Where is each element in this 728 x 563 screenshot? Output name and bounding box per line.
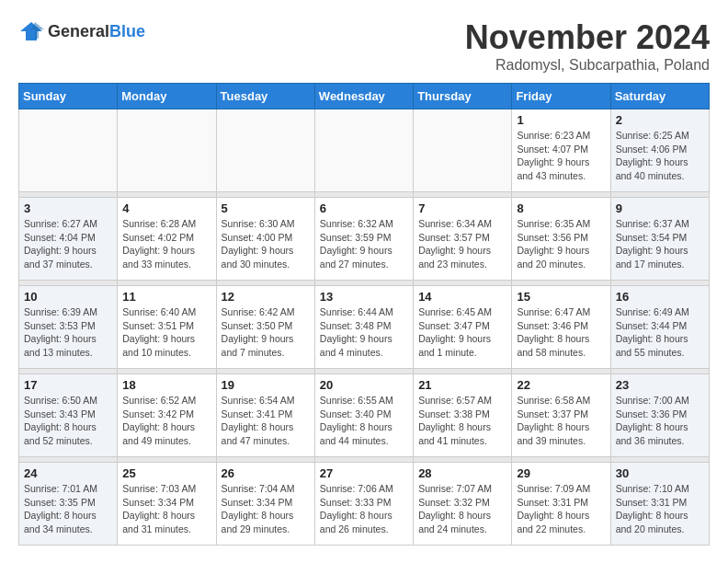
calendar-day-cell: 23Sunrise: 7:00 AM Sunset: 3:36 PM Dayli… — [610, 374, 709, 457]
calendar-day-cell: 18Sunrise: 6:52 AM Sunset: 3:42 PM Dayli… — [118, 374, 216, 457]
day-info: Sunrise: 6:40 AM Sunset: 3:51 PM Dayligh… — [122, 305, 210, 360]
calendar-day-cell: 30Sunrise: 7:10 AM Sunset: 3:31 PM Dayli… — [610, 463, 709, 546]
logo-general-text: General — [48, 22, 109, 40]
col-saturday: Saturday — [610, 84, 709, 109]
day-number: 5 — [222, 201, 310, 215]
day-info: Sunrise: 6:44 AM Sunset: 3:48 PM Dayligh… — [320, 305, 408, 360]
calendar-day-cell: 15Sunrise: 6:47 AM Sunset: 3:46 PM Dayli… — [512, 286, 610, 369]
day-number: 1 — [517, 113, 605, 127]
day-info: Sunrise: 6:34 AM Sunset: 3:57 PM Dayligh… — [418, 217, 506, 271]
calendar-day-cell — [216, 109, 314, 192]
day-number: 7 — [418, 201, 506, 215]
day-info: Sunrise: 6:58 AM Sunset: 3:37 PM Dayligh… — [517, 394, 605, 448]
calendar-day-cell: 14Sunrise: 6:45 AM Sunset: 3:47 PM Dayli… — [414, 286, 512, 369]
day-info: Sunrise: 6:52 AM Sunset: 3:42 PM Dayligh… — [122, 394, 210, 448]
calendar-day-cell: 21Sunrise: 6:57 AM Sunset: 3:38 PM Dayli… — [414, 374, 512, 457]
calendar-week-row: 1Sunrise: 6:23 AM Sunset: 4:07 PM Daylig… — [19, 109, 710, 192]
day-info: Sunrise: 7:01 AM Sunset: 3:35 PM Dayligh… — [24, 482, 112, 536]
day-info: Sunrise: 7:07 AM Sunset: 3:32 PM Dayligh… — [418, 482, 506, 536]
day-number: 25 — [122, 466, 210, 480]
calendar-day-cell: 13Sunrise: 6:44 AM Sunset: 3:48 PM Dayli… — [314, 286, 413, 369]
calendar-day-cell: 17Sunrise: 6:50 AM Sunset: 3:43 PM Dayli… — [19, 374, 118, 457]
day-info: Sunrise: 6:39 AM Sunset: 3:53 PM Dayligh… — [24, 305, 112, 360]
calendar-day-cell: 8Sunrise: 6:35 AM Sunset: 3:56 PM Daylig… — [512, 198, 610, 281]
day-info: Sunrise: 6:32 AM Sunset: 3:59 PM Dayligh… — [320, 217, 408, 271]
calendar-day-cell: 26Sunrise: 7:04 AM Sunset: 3:34 PM Dayli… — [216, 463, 314, 546]
calendar-day-cell: 2Sunrise: 6:25 AM Sunset: 4:06 PM Daylig… — [610, 109, 709, 192]
col-wednesday: Wednesday — [314, 84, 413, 109]
calendar-day-cell: 11Sunrise: 6:40 AM Sunset: 3:51 PM Dayli… — [118, 286, 216, 369]
day-number: 9 — [616, 201, 704, 215]
day-info: Sunrise: 6:57 AM Sunset: 3:38 PM Dayligh… — [418, 394, 506, 448]
day-number: 6 — [320, 201, 408, 215]
logo-blue-text: Blue — [109, 22, 145, 40]
col-thursday: Thursday — [414, 84, 512, 109]
day-number: 11 — [122, 290, 210, 304]
day-number: 10 — [24, 290, 112, 304]
calendar-day-cell — [118, 109, 216, 192]
day-number: 18 — [122, 378, 210, 392]
calendar-day-cell: 28Sunrise: 7:07 AM Sunset: 3:32 PM Dayli… — [414, 463, 512, 546]
day-number: 20 — [320, 378, 408, 392]
day-number: 14 — [418, 290, 506, 304]
calendar-table: Sunday Monday Tuesday Wednesday Thursday… — [18, 83, 710, 546]
calendar-day-cell: 29Sunrise: 7:09 AM Sunset: 3:31 PM Dayli… — [512, 463, 610, 546]
col-friday: Friday — [512, 84, 610, 109]
calendar-day-cell: 6Sunrise: 6:32 AM Sunset: 3:59 PM Daylig… — [314, 198, 413, 281]
day-info: Sunrise: 6:49 AM Sunset: 3:44 PM Dayligh… — [616, 305, 704, 360]
day-number: 26 — [222, 466, 310, 480]
page-header: GeneralBlue November 2024 Radomysl, Subc… — [18, 18, 710, 74]
day-info: Sunrise: 6:28 AM Sunset: 4:02 PM Dayligh… — [122, 217, 210, 271]
day-number: 22 — [517, 378, 605, 392]
col-monday: Monday — [118, 84, 216, 109]
logo: GeneralBlue — [18, 18, 145, 44]
calendar-day-cell: 27Sunrise: 7:06 AM Sunset: 3:33 PM Dayli… — [314, 463, 413, 546]
calendar-day-cell: 4Sunrise: 6:28 AM Sunset: 4:02 PM Daylig… — [118, 198, 216, 281]
location-subtitle: Radomysl, Subcarpathia, Poland — [465, 57, 710, 74]
day-number: 24 — [24, 466, 112, 480]
calendar-day-cell: 1Sunrise: 6:23 AM Sunset: 4:07 PM Daylig… — [512, 109, 610, 192]
calendar-day-cell: 10Sunrise: 6:39 AM Sunset: 3:53 PM Dayli… — [19, 286, 118, 369]
day-number: 12 — [222, 290, 310, 304]
day-number: 19 — [222, 378, 310, 392]
day-info: Sunrise: 7:06 AM Sunset: 3:33 PM Dayligh… — [320, 482, 408, 536]
calendar-day-cell: 20Sunrise: 6:55 AM Sunset: 3:40 PM Dayli… — [314, 374, 413, 457]
day-number: 4 — [122, 201, 210, 215]
calendar-week-row: 10Sunrise: 6:39 AM Sunset: 3:53 PM Dayli… — [19, 286, 710, 369]
calendar-day-cell — [19, 109, 118, 192]
day-info: Sunrise: 6:25 AM Sunset: 4:06 PM Dayligh… — [616, 129, 704, 183]
calendar-day-cell: 22Sunrise: 6:58 AM Sunset: 3:37 PM Dayli… — [512, 374, 610, 457]
calendar-day-cell: 24Sunrise: 7:01 AM Sunset: 3:35 PM Dayli… — [19, 463, 118, 546]
day-info: Sunrise: 6:27 AM Sunset: 4:04 PM Dayligh… — [24, 217, 112, 271]
logo-icon — [18, 18, 44, 44]
day-info: Sunrise: 7:10 AM Sunset: 3:31 PM Dayligh… — [616, 482, 704, 536]
day-info: Sunrise: 6:23 AM Sunset: 4:07 PM Dayligh… — [517, 129, 605, 183]
day-info: Sunrise: 6:47 AM Sunset: 3:46 PM Dayligh… — [517, 305, 605, 360]
calendar-week-row: 17Sunrise: 6:50 AM Sunset: 3:43 PM Dayli… — [19, 374, 710, 457]
day-info: Sunrise: 6:37 AM Sunset: 3:54 PM Dayligh… — [616, 217, 704, 271]
day-info: Sunrise: 7:03 AM Sunset: 3:34 PM Dayligh… — [122, 482, 210, 536]
calendar-week-row: 3Sunrise: 6:27 AM Sunset: 4:04 PM Daylig… — [19, 198, 710, 281]
calendar-day-cell: 25Sunrise: 7:03 AM Sunset: 3:34 PM Dayli… — [118, 463, 216, 546]
day-info: Sunrise: 7:04 AM Sunset: 3:34 PM Dayligh… — [222, 482, 310, 536]
day-info: Sunrise: 6:45 AM Sunset: 3:47 PM Dayligh… — [418, 305, 506, 360]
day-number: 3 — [24, 201, 112, 215]
day-info: Sunrise: 6:50 AM Sunset: 3:43 PM Dayligh… — [24, 394, 112, 448]
calendar-day-cell: 19Sunrise: 6:54 AM Sunset: 3:41 PM Dayli… — [216, 374, 314, 457]
day-number: 8 — [517, 201, 605, 215]
day-number: 27 — [320, 466, 408, 480]
day-number: 23 — [616, 378, 704, 392]
day-number: 30 — [616, 466, 704, 480]
day-info: Sunrise: 7:00 AM Sunset: 3:36 PM Dayligh… — [616, 394, 704, 448]
calendar-day-cell: 9Sunrise: 6:37 AM Sunset: 3:54 PM Daylig… — [610, 198, 709, 281]
title-block: November 2024 Radomysl, Subcarpathia, Po… — [465, 18, 710, 74]
calendar-day-cell — [314, 109, 413, 192]
day-info: Sunrise: 6:54 AM Sunset: 3:41 PM Dayligh… — [222, 394, 310, 448]
day-info: Sunrise: 7:09 AM Sunset: 3:31 PM Dayligh… — [517, 482, 605, 536]
day-number: 16 — [616, 290, 704, 304]
col-tuesday: Tuesday — [216, 84, 314, 109]
day-number: 21 — [418, 378, 506, 392]
day-number: 17 — [24, 378, 112, 392]
col-sunday: Sunday — [19, 84, 118, 109]
calendar-day-cell: 5Sunrise: 6:30 AM Sunset: 4:00 PM Daylig… — [216, 198, 314, 281]
